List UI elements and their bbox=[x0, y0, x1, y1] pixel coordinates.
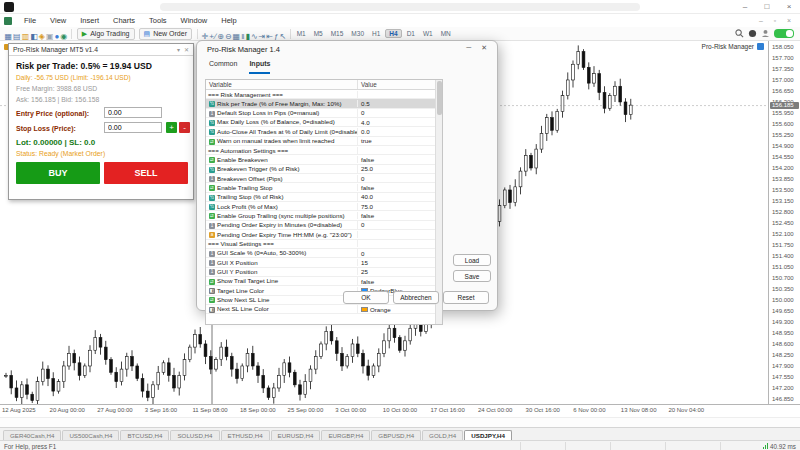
dialog-close-icon[interactable]: ✕ bbox=[481, 44, 487, 52]
symbol-tab-ger40cash[interactable]: GER40Cash,H4 bbox=[3, 430, 61, 440]
input-row-value[interactable]: 0 bbox=[358, 250, 442, 257]
input-row[interactable]: ½Trailing Stop (% of Risk)40.0 bbox=[206, 193, 442, 202]
input-row[interactable]: ⇄Enable Breakevenfalse bbox=[206, 155, 442, 164]
symbol-tab-gbpusd[interactable]: GBPUSD,H4 bbox=[371, 430, 421, 440]
input-row-value[interactable]: false bbox=[358, 184, 442, 191]
timeframe-d1[interactable]: D1 bbox=[404, 29, 418, 38]
sell-button[interactable]: SELL bbox=[104, 162, 188, 184]
input-row-value[interactable]: 15 bbox=[358, 259, 442, 266]
sl-minus-button[interactable]: - bbox=[179, 122, 190, 133]
panel-collapse-icon[interactable]: ▾ bbox=[177, 46, 180, 53]
input-row-value[interactable]: false bbox=[358, 156, 442, 163]
date-axis[interactable]: 12 Aug 202520 Aug 00:0027 Aug 00:003 Sep… bbox=[0, 404, 800, 417]
symbol-tab-ethusd[interactable]: ETHUSD,H4 bbox=[221, 430, 270, 440]
symbol-tab-usdjpy[interactable]: USDJPY,H4 bbox=[464, 430, 512, 440]
input-row-value[interactable]: 25.0 bbox=[358, 165, 442, 172]
input-row-value[interactable]: Orange bbox=[358, 306, 442, 313]
algo-trading-button[interactable]: ▶ Algo Trading bbox=[77, 28, 135, 40]
close-button[interactable]: × bbox=[778, 0, 800, 13]
menu-insert[interactable]: Insert bbox=[73, 16, 106, 25]
input-row[interactable]: ⇄Warn on manual trades when limit reache… bbox=[206, 137, 442, 146]
timeframe-m1[interactable]: M1 bbox=[294, 29, 309, 38]
panel-close-icon[interactable]: ✕ bbox=[184, 46, 189, 53]
input-row[interactable]: 1Default Stop Loss in Pips (0=manual)0 bbox=[206, 109, 442, 118]
help-globe-icon[interactable] bbox=[748, 29, 757, 38]
dialog-tab-common[interactable]: Common bbox=[209, 60, 237, 74]
market-watch-icon[interactable]: ▥ bbox=[22, 32, 30, 41]
input-row-value[interactable]: 0.0 bbox=[358, 128, 442, 135]
price-axis[interactable]: 158.050157.700157.350157.000156.650156.3… bbox=[768, 41, 800, 404]
input-row[interactable]: === Visual Settings === bbox=[206, 240, 442, 249]
menu-tools[interactable]: Tools bbox=[142, 16, 174, 25]
new-chart-icon[interactable]: ▦ bbox=[5, 32, 13, 41]
input-row-value[interactable]: true bbox=[358, 137, 442, 144]
timeframe-m30[interactable]: M30 bbox=[348, 29, 367, 38]
input-row[interactable]: ◧Next SL Line ColorOrange bbox=[206, 305, 442, 314]
input-row[interactable]: 1Pending Order Expiry in Minutes (0=disa… bbox=[206, 221, 442, 230]
chart-scroll-strip[interactable] bbox=[0, 417, 800, 427]
input-row[interactable]: === Risk Management === bbox=[206, 90, 442, 99]
input-row[interactable]: 1Breakeven Offset (Pips)0 bbox=[206, 174, 442, 183]
timeframe-h4[interactable]: H4 bbox=[385, 29, 401, 38]
input-row[interactable]: 1GUI Scale % (0=Auto, 50-300%)0 bbox=[206, 249, 442, 258]
symbol-tab-solusd[interactable]: SOLUSD,H4 bbox=[170, 430, 219, 440]
input-row[interactable]: 1GUI X Position15 bbox=[206, 258, 442, 267]
chart-minimize-icon[interactable]: – bbox=[754, 17, 768, 24]
input-row-value[interactable]: 0 bbox=[358, 175, 442, 182]
input-row-value[interactable]: 0 bbox=[358, 221, 442, 228]
timeframe-m5[interactable]: M5 bbox=[311, 29, 326, 38]
chart-close-icon[interactable]: × bbox=[782, 17, 796, 24]
buy-button[interactable]: BUY bbox=[16, 162, 100, 184]
input-row[interactable]: ⇄Enable Trailing Stopfalse bbox=[206, 183, 442, 192]
input-row[interactable]: ½Breakeven Trigger (% of Risk)25.0 bbox=[206, 165, 442, 174]
input-row[interactable]: ½Risk per Trade (% of Free Margin, Max: … bbox=[206, 99, 442, 108]
timeframe-mn[interactable]: MN bbox=[438, 29, 454, 38]
input-row[interactable]: === Automation Settings === bbox=[206, 146, 442, 155]
navigator-icon[interactable]: ◈ bbox=[39, 32, 45, 41]
data-window-icon[interactable]: ◧ bbox=[30, 32, 38, 41]
input-row-value[interactable]: 75.0 bbox=[358, 203, 442, 210]
input-row[interactable]: ½Max Daily Loss (% of Balance, 0=disable… bbox=[206, 118, 442, 127]
input-row[interactable]: ½Auto-Close All Trades at % of Daily Lim… bbox=[206, 127, 442, 136]
profiles-icon[interactable]: ▤ bbox=[13, 32, 21, 41]
scrollbar-thumb[interactable] bbox=[437, 81, 442, 115]
input-row-value[interactable]: false bbox=[358, 278, 442, 285]
save-button[interactable]: Save bbox=[453, 270, 491, 282]
new-order-button[interactable]: ▤ New Order bbox=[139, 28, 192, 40]
symbol-tab-eurgbp[interactable]: EURGBP,H4 bbox=[321, 430, 370, 440]
ea-status-icon[interactable] bbox=[757, 43, 764, 50]
ok-button[interactable]: OK bbox=[343, 291, 389, 304]
timeframe-w1[interactable]: W1 bbox=[420, 29, 436, 38]
input-row[interactable]: ⇄Enable Group Trailing (sync multiple po… bbox=[206, 211, 442, 220]
chat-icon[interactable]: ● bbox=[54, 32, 59, 41]
input-row-value[interactable]: 25 bbox=[358, 268, 442, 275]
reset-button[interactable]: Reset bbox=[443, 291, 489, 304]
input-row-value[interactable]: 4.0 bbox=[358, 119, 442, 126]
symbol-tab-eurusd[interactable]: EURUSD,H4 bbox=[271, 430, 321, 440]
table-scrollbar[interactable] bbox=[435, 80, 442, 324]
input-row[interactable]: ½Lock Profit (% of Max)75.0 bbox=[206, 202, 442, 211]
sl-plus-button[interactable]: + bbox=[166, 122, 177, 133]
symbol-tab-btcusd[interactable]: BTCUSD,H4 bbox=[120, 430, 169, 440]
minimize-button[interactable]: – bbox=[734, 0, 756, 13]
chart-restore-icon[interactable]: ▫ bbox=[768, 17, 782, 24]
input-row-value[interactable]: 40.0 bbox=[358, 193, 442, 200]
input-row-value[interactable]: 0 bbox=[358, 109, 442, 116]
symbol-tab-gold[interactable]: GOLD,H4 bbox=[422, 430, 463, 440]
input-row-value[interactable]: false bbox=[358, 212, 442, 219]
user-icon[interactable] bbox=[761, 29, 770, 38]
input-row[interactable]: aPending Order Expiry Time HH:MM (e.g. "… bbox=[206, 230, 442, 239]
symbol-tab-us500cash[interactable]: US500Cash,H4 bbox=[62, 430, 119, 440]
community-icon[interactable]: ◉ bbox=[60, 32, 67, 41]
input-row-value[interactable]: 0.5 bbox=[358, 100, 442, 107]
toolbox-icon[interactable]: ▣ bbox=[46, 32, 54, 41]
abbrechen-button[interactable]: Abbrechen bbox=[393, 291, 439, 304]
timeframe-m15[interactable]: M15 bbox=[328, 29, 347, 38]
timeframe-h1[interactable]: H1 bbox=[369, 29, 383, 38]
input-row[interactable]: ⇄Show Trail Target Linefalse bbox=[206, 277, 442, 286]
maximize-button[interactable]: □ bbox=[756, 0, 778, 13]
search-icon[interactable] bbox=[735, 29, 744, 38]
stop-loss-input[interactable] bbox=[104, 122, 162, 133]
dialog-tab-inputs[interactable]: Inputs bbox=[249, 60, 270, 74]
load-button[interactable]: Load bbox=[453, 254, 491, 266]
